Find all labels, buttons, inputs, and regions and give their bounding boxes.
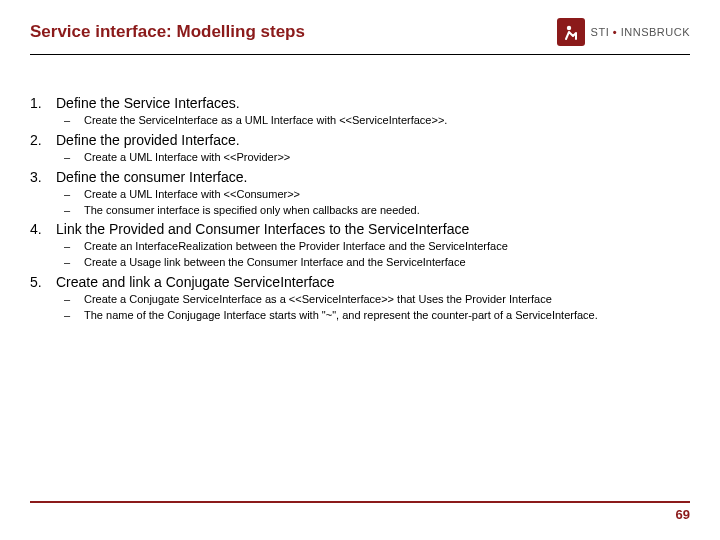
logo-text: STI • INNSBRUCK [591,26,690,38]
step-title: Define the Service Interfaces. [56,95,240,111]
logo-text-pre: STI [591,26,610,38]
sti-logo-icon [557,18,585,46]
logo-text-post: INNSBRUCK [621,26,690,38]
svg-point-0 [566,26,570,30]
step-sub: Create the ServiceInterface as a UML Int… [56,113,690,128]
step-sub: Create a Conjugate ServiceInterface as a… [56,292,690,307]
step-title: Link the Provided and Consumer Interface… [56,221,469,237]
step-sub: The consumer interface is specified only… [56,203,690,218]
step-item: Create and link a Conjugate ServiceInter… [30,274,690,323]
step-sub: Create an InterfaceRealization between t… [56,239,690,254]
slide-content: Define the Service Interfaces. Create th… [0,55,720,347]
step-item: Define the consumer Interface. Create a … [30,169,690,218]
step-sub: The name of the Conjugage Interface star… [56,308,690,323]
step-item: Define the provided Interface. Create a … [30,132,690,165]
slide-header: Service interface: Modelling steps STI •… [0,0,720,54]
step-sub: Create a UML Interface with <<Provider>> [56,150,690,165]
step-title: Create and link a Conjugate ServiceInter… [56,274,335,290]
step-item: Define the Service Interfaces. Create th… [30,95,690,128]
slide-title: Service interface: Modelling steps [30,22,305,42]
footer-divider [30,501,690,503]
step-item: Link the Provided and Consumer Interface… [30,221,690,270]
page-number: 69 [30,507,690,522]
step-sub: Create a Usage link between the Consumer… [56,255,690,270]
logo: STI • INNSBRUCK [557,18,690,46]
step-sub: Create a UML Interface with <<Consumer>> [56,187,690,202]
step-title: Define the consumer Interface. [56,169,247,185]
slide-footer: 69 [30,501,690,522]
step-title: Define the provided Interface. [56,132,240,148]
steps-list: Define the Service Interfaces. Create th… [30,95,690,323]
